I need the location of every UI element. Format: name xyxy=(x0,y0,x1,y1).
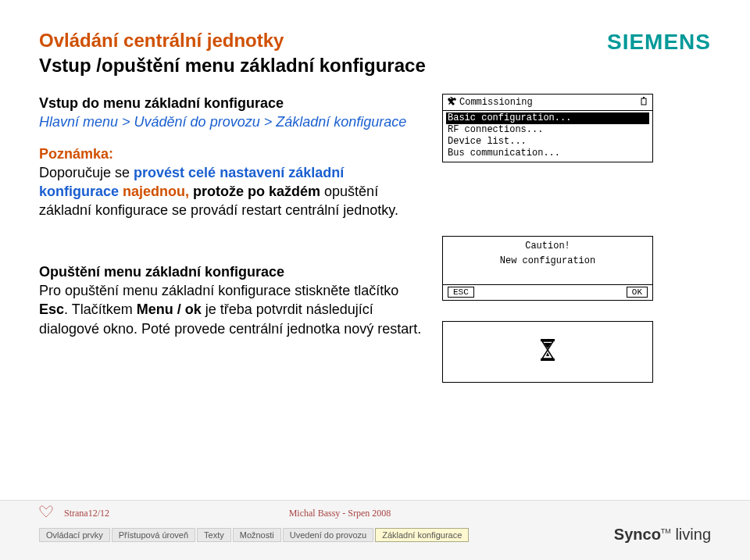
note-p3: najednou, xyxy=(123,184,193,199)
lcd1-r3-text: RF connections... xyxy=(448,125,543,135)
header: Ovládání centrální jednotky Vstup /opušt… xyxy=(39,30,711,77)
lcd1-r4-text: Device list... xyxy=(448,137,527,147)
content: Vstup do menu základní konfigurace Hlavn… xyxy=(39,94,711,383)
tab-moznosti[interactable]: Možnosti xyxy=(233,528,281,542)
subtitle: Vstup /opuštění menu základní konfigurac… xyxy=(39,55,607,77)
s2-b2: Menu / ok xyxy=(137,301,202,317)
tab-ovladaci[interactable]: Ovládací prvky xyxy=(39,528,110,542)
s2-p2: . Tlačítkem xyxy=(64,301,137,317)
section2-heading: Opuštění menu základní konfigurace xyxy=(39,262,422,281)
lcd1-r5-text: Bus communication... xyxy=(448,148,560,159)
svg-rect-0 xyxy=(641,98,646,105)
lcd2-buttons: ESC OK xyxy=(446,287,649,298)
lcd-screen-2: Caution! New configuration ESC OK xyxy=(442,236,653,301)
lcd-ok-button: OK xyxy=(627,287,648,298)
lcd-esc-button: ESC xyxy=(448,287,474,298)
lcd1-r1-text: Commissioning xyxy=(456,98,640,108)
footer-mid: Ovládací prvky Přístupová úroveň Texty M… xyxy=(0,526,750,544)
s2-p1: Pro opuštění menu základní konfigurace s… xyxy=(39,283,398,298)
tab-texty[interactable]: Texty xyxy=(197,528,231,542)
living-text: living xyxy=(675,526,711,543)
tab-uvedeni[interactable]: Uvedení do provozu xyxy=(283,528,373,542)
note-p1: Doporučuje se xyxy=(39,165,134,180)
lcd-screen-1: Commissioning Basic configuration... RF … xyxy=(442,94,653,162)
lcd1-row3: RF connections... xyxy=(446,124,649,136)
wrench-icon xyxy=(448,97,456,109)
lcd1-row4: Device list... xyxy=(446,136,649,148)
lcd1-row2: Basic configuration... xyxy=(446,112,649,124)
spacer xyxy=(446,269,649,283)
title-block: Ovládání centrální jednotky Vstup /opušt… xyxy=(39,30,607,77)
lcd1-row1: Commissioning xyxy=(446,97,649,109)
title-main: Ovládání centrální jednotky xyxy=(39,30,607,52)
lcd1-row5: Bus communication... xyxy=(446,148,649,159)
s2-b1: Esc xyxy=(39,301,64,317)
lcd-divider xyxy=(443,284,652,285)
product-logo: SyncoTM living xyxy=(614,526,711,544)
battery-icon xyxy=(640,97,648,109)
lcd2-line2: New configuration xyxy=(446,254,649,269)
page-number: Strana12/12 xyxy=(64,508,109,519)
lcd2-line1: Caution! xyxy=(446,239,649,254)
heart-icon xyxy=(39,505,53,521)
footer-left: Strana12/12 xyxy=(39,505,109,521)
note-label: Poznámka: xyxy=(39,144,422,163)
svg-rect-1 xyxy=(643,97,645,98)
breadcrumb: Hlavní menu > Uvádění do provozu > Zákla… xyxy=(39,112,422,131)
hourglass-icon xyxy=(539,339,556,364)
footer: Strana12/12 Michal Bassy - Srpen 2008 Ov… xyxy=(0,500,750,560)
right-column: Commissioning Basic configuration... RF … xyxy=(442,94,711,383)
lcd1-r2-text: Basic configuration... xyxy=(448,113,571,123)
section2: Opuštění menu základní konfigurace Pro o… xyxy=(39,262,422,338)
left-column: Vstup do menu základní konfigurace Hlavn… xyxy=(39,94,422,383)
tabs: Ovládací prvky Přístupová úroveň Texty M… xyxy=(39,528,469,542)
note-block: Poznámka: Doporučuje se provést celé nas… xyxy=(39,144,422,220)
footer-top: Strana12/12 Michal Bassy - Srpen 2008 xyxy=(0,501,750,521)
synco-text: Synco xyxy=(614,526,661,543)
note-p4-lead: protože po každém xyxy=(193,184,320,199)
lcd-divider xyxy=(443,110,652,111)
tab-zakladni[interactable]: Základní konfigurace xyxy=(375,528,469,542)
tm-mark: TM xyxy=(661,527,671,535)
section1-heading: Vstup do menu základní konfigurace xyxy=(39,94,422,112)
brand-logo: SIEMENS xyxy=(607,30,711,55)
author-date: Michal Bassy - Srpen 2008 xyxy=(289,508,391,519)
lcd-screen-3 xyxy=(442,321,653,382)
section2-body: Pro opuštění menu základní konfigurace s… xyxy=(39,281,422,338)
slide: Ovládání centrální jednotky Vstup /opušt… xyxy=(0,0,750,500)
tab-pristupova[interactable]: Přístupová úroveň xyxy=(112,528,195,542)
